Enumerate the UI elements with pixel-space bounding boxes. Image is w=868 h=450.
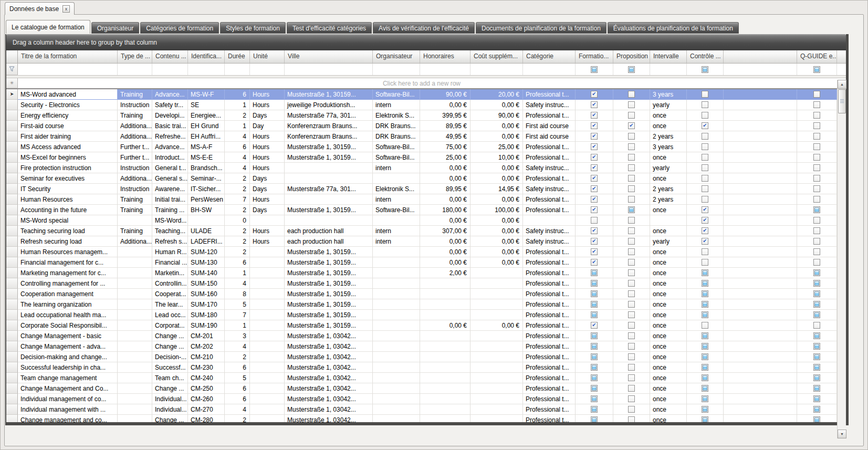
- cell-fee[interactable]: 2,00 €: [420, 268, 470, 278]
- table-row[interactable]: First-aid courseAdditiona...Basic trai..…: [6, 121, 846, 131]
- table-row[interactable]: Refresh securing loadAdditiona...Refresh…: [6, 236, 846, 247]
- checkbox-unchecked[interactable]: [628, 259, 635, 266]
- cell-blank[interactable]: [724, 257, 797, 268]
- cell-organizer[interactable]: [373, 268, 420, 278]
- cell-interval[interactable]: once: [650, 373, 687, 383]
- cell-interval[interactable]: once: [650, 331, 687, 341]
- checkbox-unchecked[interactable]: [813, 217, 820, 224]
- cell-qguide[interactable]: [797, 310, 837, 320]
- filter-cell-extra[interactable]: [470, 64, 523, 75]
- checkbox-ind[interactable]: [813, 395, 820, 402]
- cell-content[interactable]: Corporat...: [152, 320, 188, 331]
- cell-unit[interactable]: [250, 341, 285, 352]
- cell-unit[interactable]: [250, 268, 285, 278]
- cell-qguide[interactable]: [797, 394, 837, 404]
- checkbox-unchecked[interactable]: [628, 196, 635, 203]
- cell-title[interactable]: Controlling management for ...: [18, 278, 118, 289]
- cell-city[interactable]: Musterstraße 1, 30159...: [285, 289, 373, 299]
- checkbox-unchecked[interactable]: [591, 217, 598, 224]
- cell-title[interactable]: Individual management with ...: [18, 404, 118, 415]
- checkbox-unchecked[interactable]: [813, 154, 820, 161]
- cell-training[interactable]: [576, 352, 613, 362]
- cell-fee[interactable]: [420, 278, 470, 289]
- checkbox-checked[interactable]: [591, 91, 598, 98]
- cell-interval[interactable]: 3 years: [650, 142, 687, 152]
- cell-city[interactable]: each production hall: [285, 236, 373, 247]
- cell-type[interactable]: Additiona...: [118, 121, 152, 131]
- checkbox-unchecked[interactable]: [628, 101, 635, 108]
- cell-qguide[interactable]: [797, 299, 837, 310]
- cell-blank[interactable]: [724, 320, 797, 331]
- cell-type[interactable]: Training: [118, 110, 152, 121]
- checkbox-unchecked[interactable]: [628, 91, 635, 98]
- checkbox-ind[interactable]: [813, 332, 820, 339]
- cell-type[interactable]: Additiona...: [118, 236, 152, 247]
- cell-duration[interactable]: 4: [225, 131, 250, 142]
- cell-interval[interactable]: yearly: [650, 100, 687, 110]
- cell-title[interactable]: Seminar for executives: [18, 173, 118, 184]
- row-indicator[interactable]: [6, 352, 18, 362]
- cell-organizer[interactable]: intern: [373, 194, 420, 205]
- cell-training[interactable]: [576, 89, 613, 100]
- cell-content[interactable]: Individual...: [152, 404, 188, 415]
- table-row[interactable]: First aider trainingAdditiona...Refreshe…: [6, 131, 846, 142]
- cell-content[interactable]: Refresh s...: [152, 236, 188, 247]
- cell-title[interactable]: Individual management of co...: [18, 394, 118, 404]
- cell-training[interactable]: [576, 394, 613, 404]
- cell-duration[interactable]: 2: [225, 236, 250, 247]
- cell-blank[interactable]: [724, 352, 797, 362]
- cell-title[interactable]: MS-Excel for beginners: [18, 152, 118, 163]
- cell-title[interactable]: Change Management - basic: [18, 331, 118, 341]
- cell-extra[interactable]: 90,00 €: [470, 110, 523, 121]
- cell-interval[interactable]: once: [650, 320, 687, 331]
- cell-interval[interactable]: once: [650, 205, 687, 215]
- cell-qguide[interactable]: [797, 404, 837, 415]
- cell-id[interactable]: SUM-150: [188, 278, 225, 289]
- cell-extra[interactable]: 0,00 €: [470, 247, 523, 257]
- row-indicator[interactable]: [6, 184, 18, 194]
- cell-blank[interactable]: [724, 310, 797, 320]
- cell-category[interactable]: Professional t...: [523, 289, 576, 299]
- cell-proposal[interactable]: [613, 131, 650, 142]
- cell-unit[interactable]: [250, 331, 285, 341]
- checkbox-unchecked[interactable]: [702, 112, 708, 119]
- cell-category[interactable]: Professional t...: [523, 173, 576, 184]
- cell-extra[interactable]: 0,00 €: [470, 100, 523, 110]
- checkbox-unchecked[interactable]: [813, 112, 820, 119]
- cell-extra[interactable]: 14,95 €: [470, 184, 523, 194]
- cell-training[interactable]: [576, 152, 613, 163]
- cell-unit[interactable]: [250, 299, 285, 310]
- cell-content[interactable]: Controllin...: [152, 278, 188, 289]
- cell-control[interactable]: [687, 257, 724, 268]
- table-row[interactable]: Seminar for executivesAdditiona...Genera…: [6, 173, 846, 184]
- cell-interval[interactable]: once: [650, 299, 687, 310]
- cell-blank[interactable]: [724, 331, 797, 341]
- cell-unit[interactable]: Days: [250, 173, 285, 184]
- cell-blank[interactable]: [724, 247, 797, 257]
- table-row[interactable]: Individual management with ...Individual…: [6, 404, 846, 415]
- table-row[interactable]: Successful leadership in cha...Successf.…: [6, 362, 846, 373]
- checkbox-ind[interactable]: [628, 206, 635, 213]
- column-header-proposal[interactable]: Proposition: [613, 50, 650, 63]
- cell-category[interactable]: Safety instruc...: [523, 184, 576, 194]
- cell-control[interactable]: [687, 163, 724, 173]
- cell-city[interactable]: Musterstraße 1, 30159...: [285, 89, 373, 100]
- cell-fee[interactable]: 307,00 €: [420, 226, 470, 236]
- cell-blank[interactable]: [724, 236, 797, 247]
- cell-city[interactable]: Musterstraße 77a, 301...: [285, 110, 373, 121]
- cell-extra[interactable]: 0,00 €: [470, 320, 523, 331]
- cell-proposal[interactable]: [613, 110, 650, 121]
- cell-interval[interactable]: yearly: [650, 236, 687, 247]
- row-indicator[interactable]: [6, 373, 18, 383]
- checkbox-checked[interactable]: [702, 227, 708, 234]
- cell-id[interactable]: MS-W-F: [188, 89, 225, 100]
- cell-category[interactable]: First aid course: [523, 131, 576, 142]
- cell-fee[interactable]: [420, 373, 470, 383]
- checkbox-ind[interactable]: [702, 66, 708, 73]
- checkbox-checked[interactable]: [702, 238, 708, 245]
- cell-interval[interactable]: once: [650, 110, 687, 121]
- cell-proposal[interactable]: [613, 373, 650, 383]
- checkbox-ind[interactable]: [702, 311, 708, 318]
- table-row[interactable]: Teaching securing loadTrainingTeaching..…: [6, 226, 846, 236]
- cell-fee[interactable]: 0,00 €: [420, 320, 470, 331]
